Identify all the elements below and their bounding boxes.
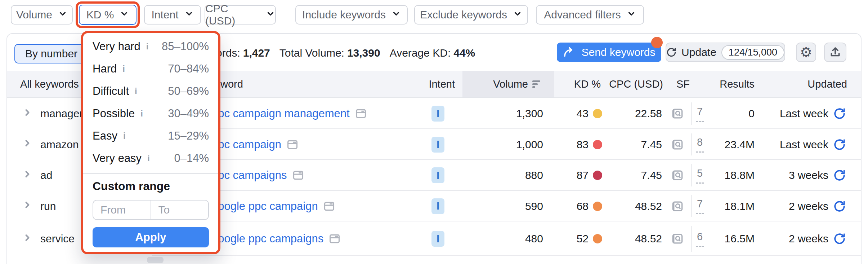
- filter-intent-label: Intent: [151, 9, 178, 21]
- send-arrow-icon: [563, 46, 576, 59]
- apply-button[interactable]: Apply: [93, 227, 209, 247]
- column-header-updated[interactable]: Updated: [775, 71, 847, 97]
- kd-difficulty-dot: [593, 160, 602, 191]
- updated-cell: Last week: [749, 129, 828, 160]
- updated-value: Last week: [780, 107, 828, 120]
- intent-cell: I: [431, 98, 444, 129]
- results-cell: 18.1M: [675, 191, 755, 221]
- keyword-link[interactable]: google ppc campaigns: [212, 232, 323, 245]
- intent-badge: I: [431, 167, 444, 183]
- kd-range-option[interactable]: Difficulti50–69%: [93, 80, 209, 102]
- export-button[interactable]: [824, 43, 846, 62]
- settings-button[interactable]: ⚙: [796, 43, 816, 62]
- chevron-down-icon: [266, 9, 275, 21]
- refresh-icon[interactable]: [833, 200, 846, 212]
- refresh-icon[interactable]: [833, 138, 846, 151]
- kd-value: 87: [577, 169, 589, 181]
- update-label: Update: [681, 46, 716, 58]
- intent-badge: I: [431, 137, 444, 153]
- kd-range-option[interactable]: Hardi70–84%: [93, 58, 209, 80]
- kd-range-option[interactable]: Easyi15–29%: [93, 125, 209, 147]
- filter-cpc-button[interactable]: CPC (USD): [205, 5, 276, 25]
- filter-exclude-keywords-button[interactable]: Exclude keywords: [414, 5, 528, 25]
- kd-option-range: 15–29%: [168, 129, 209, 142]
- kd-filter-highlight-ring: KD %: [76, 1, 140, 28]
- serp-window-icon[interactable]: [328, 233, 341, 245]
- cpc-cell: 7.45: [612, 129, 662, 160]
- kd-to-input[interactable]: [151, 201, 209, 219]
- filter-exclude-label: Exclude keywords: [420, 9, 507, 21]
- keyword-link[interactable]: ppc campaigns: [212, 169, 287, 182]
- serp-window-icon[interactable]: [292, 169, 304, 181]
- scrollbar-thumb[interactable]: [147, 257, 164, 263]
- stat-average-kd: Average KD:44%: [390, 47, 475, 59]
- updated-value: 2 weeks: [789, 233, 828, 245]
- results-cell: 0: [675, 98, 755, 129]
- updated-cell: 2 weeks: [749, 191, 828, 221]
- kd-range-option[interactable]: Possiblei30–49%: [93, 102, 209, 125]
- send-keywords-button[interactable]: Send keywords: [557, 43, 661, 62]
- serp-window-icon[interactable]: [355, 107, 367, 120]
- serp-window-icon[interactable]: [286, 138, 299, 151]
- column-header-cpc[interactable]: CPC (USD): [577, 71, 663, 97]
- chevron-down-icon: [627, 9, 636, 21]
- refresh-icon[interactable]: [833, 169, 846, 181]
- info-icon[interactable]: i: [140, 109, 143, 119]
- updated-refresh-cell: [833, 98, 846, 129]
- stat-total-volume: Total Volume:13,390: [279, 47, 380, 59]
- filter-include-keywords-button[interactable]: Include keywords: [295, 5, 408, 25]
- update-button[interactable]: Update 124/15,000: [666, 43, 785, 62]
- info-icon[interactable]: i: [123, 131, 126, 141]
- send-keywords-label: Send keywords: [581, 46, 655, 58]
- updated-refresh-cell: [833, 191, 846, 221]
- keyword-link[interactable]: google ppc campaign: [212, 200, 318, 213]
- keyword-cell: google ppc campaign: [212, 191, 335, 221]
- serp-window-icon[interactable]: [323, 200, 335, 212]
- sidebar-all-keywords[interactable]: All keywords: [20, 71, 79, 97]
- kd-option-label: Possible: [93, 107, 135, 120]
- refresh-icon: [666, 47, 676, 58]
- chevron-down-icon: [120, 9, 129, 21]
- kd-from-input[interactable]: [93, 201, 151, 219]
- upload-icon: [829, 46, 841, 58]
- keyword-link[interactable]: ppc campaign management: [212, 107, 350, 120]
- kd-range-option[interactable]: Very hardi85–100%: [93, 35, 209, 58]
- chevron-down-icon: [513, 9, 522, 21]
- row-divider: [152, 128, 862, 129]
- chevron-down-icon: [392, 9, 401, 21]
- filter-intent-button[interactable]: Intent: [144, 5, 201, 25]
- kd-cell: 68: [524, 191, 589, 221]
- filter-advanced-label: Advanced filters: [544, 9, 621, 21]
- info-icon[interactable]: i: [122, 64, 125, 74]
- keyword-link[interactable]: ppc campaign: [212, 138, 281, 151]
- info-icon[interactable]: i: [146, 41, 149, 52]
- kd-dot: [593, 140, 602, 149]
- refresh-icon[interactable]: [833, 107, 846, 120]
- updated-refresh-cell: [833, 221, 846, 256]
- column-header-intent[interactable]: Intent: [383, 71, 455, 97]
- filter-volume-button[interactable]: Volume: [11, 5, 73, 25]
- intent-badge: I: [431, 198, 444, 214]
- kd-value: 83: [577, 138, 589, 151]
- dropdown-divider: [83, 173, 218, 174]
- column-header-results[interactable]: Results: [683, 71, 755, 97]
- kd-dot: [593, 171, 602, 180]
- gear-icon: ⚙: [800, 45, 812, 59]
- updated-value: 3 weeks: [789, 169, 828, 181]
- info-icon[interactable]: i: [135, 86, 137, 96]
- summary-stats: All keywords:1,427 Total Volume:13,390 A…: [176, 46, 475, 60]
- row-divider: [152, 159, 862, 160]
- kd-option-label: Hard: [93, 62, 117, 75]
- results-cell: 16.5M: [675, 221, 755, 256]
- kd-range-option[interactable]: Very easyi0–14%: [93, 147, 209, 170]
- filter-include-label: Include keywords: [302, 9, 386, 21]
- updated-value: 2 weeks: [789, 200, 828, 212]
- filter-kd-button[interactable]: KD %: [79, 5, 137, 25]
- intent-cell: I: [431, 160, 444, 191]
- kd-difficulty-dot: [593, 98, 602, 129]
- refresh-icon[interactable]: [833, 233, 846, 245]
- filter-advanced-filters-button[interactable]: Advanced filters: [536, 5, 644, 25]
- kd-cell: 52: [524, 221, 589, 256]
- info-icon[interactable]: i: [147, 153, 150, 163]
- intent-badge: I: [431, 231, 444, 247]
